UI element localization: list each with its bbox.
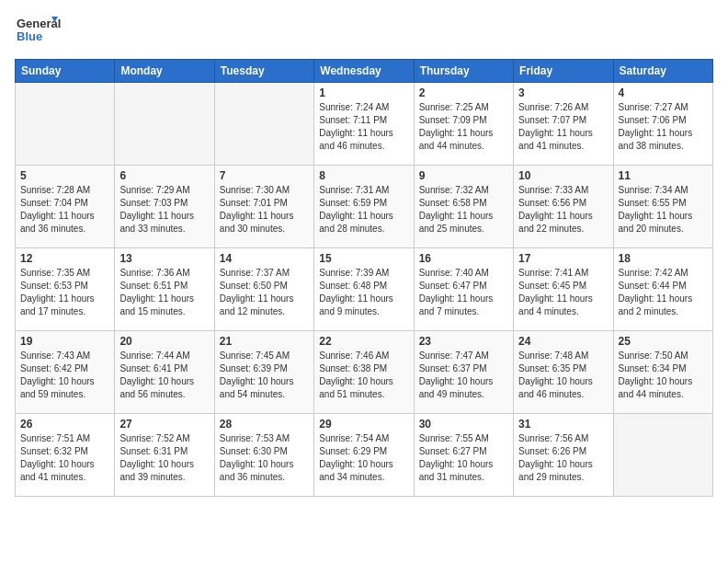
day-number: 21: [220, 335, 309, 348]
calendar-cell: 8Sunrise: 7:31 AM Sunset: 6:59 PM Daylig…: [314, 166, 414, 248]
day-info: Sunrise: 7:53 AM Sunset: 6:30 PM Dayligh…: [220, 432, 309, 484]
calendar-cell: 17Sunrise: 7:41 AM Sunset: 6:45 PM Dayli…: [514, 248, 613, 331]
calendar-cell: 12Sunrise: 7:35 AM Sunset: 6:53 PM Dayli…: [16, 248, 115, 331]
calendar-cell: 14Sunrise: 7:37 AM Sunset: 6:50 PM Dayli…: [214, 248, 313, 331]
page: General Blue SundayMondayTuesdayWednesda…: [0, 0, 728, 511]
calendar-header-row: SundayMondayTuesdayWednesdayThursdayFrid…: [16, 60, 713, 83]
day-number: 29: [319, 418, 408, 431]
day-info: Sunrise: 7:47 AM Sunset: 6:37 PM Dayligh…: [419, 350, 508, 401]
weekday-header: Saturday: [613, 60, 712, 83]
day-number: 4: [619, 86, 708, 99]
calendar: SundayMondayTuesdayWednesdayThursdayFrid…: [15, 59, 713, 497]
day-info: Sunrise: 7:43 AM Sunset: 6:42 PM Dayligh…: [20, 350, 109, 401]
weekday-header: Wednesday: [314, 60, 414, 83]
calendar-cell: [115, 83, 214, 166]
day-number: 27: [119, 418, 209, 431]
calendar-week-row: 26Sunrise: 7:51 AM Sunset: 6:32 PM Dayli…: [16, 414, 713, 497]
calendar-cell: 19Sunrise: 7:43 AM Sunset: 6:42 PM Dayli…: [16, 331, 115, 414]
calendar-cell: [214, 83, 313, 166]
day-info: Sunrise: 7:52 AM Sunset: 6:31 PM Dayligh…: [119, 432, 209, 484]
day-number: 11: [619, 169, 708, 182]
day-info: Sunrise: 7:28 AM Sunset: 7:04 PM Dayligh…: [20, 184, 109, 236]
day-number: 5: [20, 169, 109, 182]
calendar-week-row: 12Sunrise: 7:35 AM Sunset: 6:53 PM Dayli…: [16, 248, 713, 331]
day-info: Sunrise: 7:27 AM Sunset: 7:06 PM Dayligh…: [619, 101, 708, 153]
day-info: Sunrise: 7:25 AM Sunset: 7:09 PM Dayligh…: [419, 101, 508, 153]
day-number: 16: [419, 252, 508, 265]
calendar-cell: 20Sunrise: 7:44 AM Sunset: 6:41 PM Dayli…: [115, 331, 214, 414]
calendar-cell: 6Sunrise: 7:29 AM Sunset: 7:03 PM Daylig…: [115, 166, 214, 248]
calendar-cell: 3Sunrise: 7:26 AM Sunset: 7:07 PM Daylig…: [514, 83, 613, 166]
calendar-cell: 21Sunrise: 7:45 AM Sunset: 6:39 PM Dayli…: [214, 331, 313, 414]
day-number: 2: [419, 86, 508, 99]
day-info: Sunrise: 7:32 AM Sunset: 6:58 PM Dayligh…: [419, 184, 508, 236]
day-number: 9: [419, 169, 508, 182]
calendar-cell: 7Sunrise: 7:30 AM Sunset: 7:01 PM Daylig…: [214, 166, 313, 248]
calendar-cell: 2Sunrise: 7:25 AM Sunset: 7:09 PM Daylig…: [414, 83, 513, 166]
day-info: Sunrise: 7:44 AM Sunset: 6:41 PM Dayligh…: [119, 350, 209, 401]
day-number: 10: [518, 169, 608, 182]
day-info: Sunrise: 7:26 AM Sunset: 7:07 PM Dayligh…: [518, 101, 608, 153]
day-number: 22: [319, 335, 408, 348]
day-number: 28: [220, 418, 309, 431]
day-info: Sunrise: 7:36 AM Sunset: 6:51 PM Dayligh…: [119, 267, 209, 318]
calendar-cell: 5Sunrise: 7:28 AM Sunset: 7:04 PM Daylig…: [16, 166, 115, 248]
calendar-cell: 18Sunrise: 7:42 AM Sunset: 6:44 PM Dayli…: [613, 248, 712, 331]
day-info: Sunrise: 7:56 AM Sunset: 6:26 PM Dayligh…: [518, 432, 608, 484]
calendar-cell: 31Sunrise: 7:56 AM Sunset: 6:26 PM Dayli…: [514, 414, 613, 497]
calendar-week-row: 1Sunrise: 7:24 AM Sunset: 7:11 PM Daylig…: [16, 83, 713, 166]
calendar-cell: [16, 83, 115, 166]
calendar-cell: 30Sunrise: 7:55 AM Sunset: 6:27 PM Dayli…: [414, 414, 513, 497]
day-info: Sunrise: 7:33 AM Sunset: 6:56 PM Dayligh…: [518, 184, 608, 236]
day-number: 1: [319, 86, 408, 99]
day-info: Sunrise: 7:40 AM Sunset: 6:47 PM Dayligh…: [419, 267, 508, 318]
calendar-cell: 23Sunrise: 7:47 AM Sunset: 6:37 PM Dayli…: [414, 331, 513, 414]
calendar-cell: 15Sunrise: 7:39 AM Sunset: 6:48 PM Dayli…: [314, 248, 414, 331]
calendar-cell: 16Sunrise: 7:40 AM Sunset: 6:47 PM Dayli…: [414, 248, 513, 331]
calendar-cell: 25Sunrise: 7:50 AM Sunset: 6:34 PM Dayli…: [613, 331, 712, 414]
weekday-header: Friday: [514, 60, 613, 83]
day-number: 8: [319, 169, 408, 182]
weekday-header: Thursday: [414, 60, 513, 83]
day-info: Sunrise: 7:42 AM Sunset: 6:44 PM Dayligh…: [619, 267, 708, 318]
day-number: 25: [619, 335, 708, 348]
day-info: Sunrise: 7:31 AM Sunset: 6:59 PM Dayligh…: [319, 184, 408, 236]
day-info: Sunrise: 7:29 AM Sunset: 7:03 PM Dayligh…: [119, 184, 209, 236]
day-number: 18: [619, 252, 708, 265]
day-info: Sunrise: 7:24 AM Sunset: 7:11 PM Dayligh…: [319, 101, 408, 153]
day-number: 19: [20, 335, 109, 348]
header: General Blue: [15, 15, 713, 48]
day-info: Sunrise: 7:39 AM Sunset: 6:48 PM Dayligh…: [319, 267, 408, 318]
day-info: Sunrise: 7:55 AM Sunset: 6:27 PM Dayligh…: [419, 432, 508, 484]
logo: General Blue: [15, 15, 61, 48]
svg-text:Blue: Blue: [17, 29, 42, 43]
day-info: Sunrise: 7:34 AM Sunset: 6:55 PM Dayligh…: [619, 184, 708, 236]
day-number: 31: [518, 418, 608, 431]
day-info: Sunrise: 7:51 AM Sunset: 6:32 PM Dayligh…: [20, 432, 109, 484]
weekday-header: Monday: [115, 60, 214, 83]
day-info: Sunrise: 7:45 AM Sunset: 6:39 PM Dayligh…: [220, 350, 309, 401]
calendar-cell: 9Sunrise: 7:32 AM Sunset: 6:58 PM Daylig…: [414, 166, 513, 248]
calendar-week-row: 5Sunrise: 7:28 AM Sunset: 7:04 PM Daylig…: [16, 166, 713, 248]
day-info: Sunrise: 7:35 AM Sunset: 6:53 PM Dayligh…: [20, 267, 109, 318]
calendar-cell: 4Sunrise: 7:27 AM Sunset: 7:06 PM Daylig…: [613, 83, 712, 166]
day-info: Sunrise: 7:41 AM Sunset: 6:45 PM Dayligh…: [518, 267, 608, 318]
day-number: 26: [20, 418, 109, 431]
calendar-cell: 1Sunrise: 7:24 AM Sunset: 7:11 PM Daylig…: [314, 83, 414, 166]
calendar-cell: 24Sunrise: 7:48 AM Sunset: 6:35 PM Dayli…: [514, 331, 613, 414]
calendar-cell: 10Sunrise: 7:33 AM Sunset: 6:56 PM Dayli…: [514, 166, 613, 248]
logo-svg: General Blue: [15, 15, 61, 48]
day-number: 30: [419, 418, 508, 431]
weekday-header: Sunday: [16, 60, 115, 83]
calendar-cell: 29Sunrise: 7:54 AM Sunset: 6:29 PM Dayli…: [314, 414, 414, 497]
day-number: 7: [220, 169, 309, 182]
day-number: 3: [518, 86, 608, 99]
day-number: 23: [419, 335, 508, 348]
calendar-cell: 27Sunrise: 7:52 AM Sunset: 6:31 PM Dayli…: [115, 414, 214, 497]
calendar-cell: 22Sunrise: 7:46 AM Sunset: 6:38 PM Dayli…: [314, 331, 414, 414]
day-number: 17: [518, 252, 608, 265]
day-number: 24: [518, 335, 608, 348]
day-info: Sunrise: 7:54 AM Sunset: 6:29 PM Dayligh…: [319, 432, 408, 484]
calendar-cell: 28Sunrise: 7:53 AM Sunset: 6:30 PM Dayli…: [214, 414, 313, 497]
weekday-header: Tuesday: [214, 60, 313, 83]
